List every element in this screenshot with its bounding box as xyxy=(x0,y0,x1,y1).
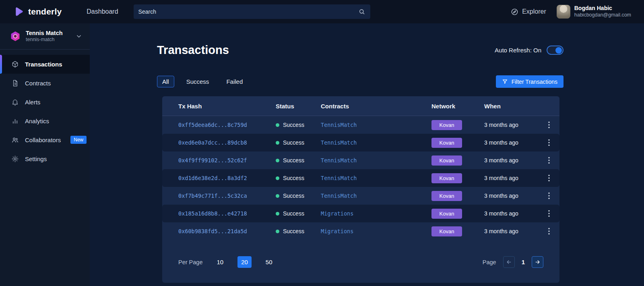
success-dot-icon xyxy=(276,141,279,145)
success-dot-icon xyxy=(276,176,279,180)
when-text: 3 months ago xyxy=(484,139,542,146)
main-content: Transactions Auto Refresh: On All Succes… xyxy=(90,44,644,286)
status-text: Success xyxy=(283,228,304,234)
per-page-control: Per Page 10 20 50 xyxy=(178,256,276,268)
auto-refresh-toggle[interactable] xyxy=(547,46,564,55)
user-name: Bogdan Habic xyxy=(574,5,631,12)
row-menu-kebab-icon[interactable] xyxy=(548,228,550,235)
sidebar: Tennis Match tennis-match Transactions C… xyxy=(0,23,90,286)
sidebar-item-alerts[interactable]: Alerts xyxy=(0,93,90,112)
arrow-left-icon xyxy=(506,259,512,265)
row-menu-kebab-icon[interactable] xyxy=(548,157,550,164)
when-text: 3 months ago xyxy=(484,210,542,217)
table-header: Tx Hash Status Contracts Network When xyxy=(162,96,559,116)
network-badge: Kovan xyxy=(431,191,462,201)
network-badge: Kovan xyxy=(431,209,462,219)
topbar: tenderly Dashboard Explorer Bogdan Habic… xyxy=(0,0,644,23)
search-box xyxy=(134,4,370,19)
col-network: Network xyxy=(431,103,484,110)
nav-dashboard[interactable]: Dashboard xyxy=(87,8,118,15)
sidebar-item-label: Contracts xyxy=(25,80,51,87)
contract-link[interactable]: TennisMatch xyxy=(321,139,431,146)
tx-hash-link[interactable]: 0x60b9838fd5...21da5d xyxy=(178,228,276,234)
sidebar-item-analytics[interactable]: Analytics xyxy=(0,112,90,131)
per-page-label: Per Page xyxy=(178,259,202,265)
sidebar-item-label: Analytics xyxy=(25,118,49,124)
tab-all[interactable]: All xyxy=(157,76,174,87)
table-row[interactable]: 0x185a16d8b8...e42718 Success Migrations… xyxy=(162,205,559,222)
sidebar-item-label: Transactions xyxy=(25,61,62,68)
per-page-option-50[interactable]: 50 xyxy=(262,256,276,268)
per-page-option-10[interactable]: 10 xyxy=(213,256,227,268)
page-title: Transactions xyxy=(157,44,229,57)
row-menu-kebab-icon[interactable] xyxy=(548,210,550,217)
success-dot-icon xyxy=(276,194,279,198)
contract-link[interactable]: Migrations xyxy=(321,228,431,234)
tenderly-logo-icon xyxy=(13,6,25,18)
user-menu[interactable]: Bogdan Habic habicbogdan@gmail.com xyxy=(557,5,631,19)
page-label: Page xyxy=(483,259,496,265)
pagination-control: Page 1 xyxy=(483,256,543,268)
col-status: Status xyxy=(276,103,321,110)
filter-transactions-button[interactable]: Filter Transactions xyxy=(496,75,564,88)
toggle-knob xyxy=(555,47,562,54)
sidebar-item-transactions[interactable]: Transactions xyxy=(0,55,90,74)
transactions-table: Tx Hash Status Contracts Network When 0x… xyxy=(162,96,559,283)
tab-failed[interactable]: Failed xyxy=(221,76,248,87)
when-text: 3 months ago xyxy=(484,122,542,128)
network-badge: Kovan xyxy=(431,173,462,183)
tx-hash-link[interactable]: 0xd1d6e38e2d...8a3df2 xyxy=(178,175,276,181)
prev-page-button[interactable] xyxy=(503,256,515,268)
contract-link[interactable]: TennisMatch xyxy=(321,193,431,199)
success-dot-icon xyxy=(276,212,279,216)
chevron-down-icon xyxy=(75,33,83,40)
explorer-link[interactable]: Explorer xyxy=(511,8,546,16)
row-menu-kebab-icon[interactable] xyxy=(548,192,550,199)
contract-link[interactable]: Migrations xyxy=(321,210,431,217)
status-text: Success xyxy=(283,139,304,146)
arrow-right-icon xyxy=(535,259,541,265)
contract-link[interactable]: TennisMatch xyxy=(321,175,431,181)
tab-success[interactable]: Success xyxy=(181,76,215,87)
when-text: 3 months ago xyxy=(484,228,542,234)
explorer-label: Explorer xyxy=(522,8,546,15)
table-row[interactable]: 0xff5deea6dc...8c759d Success TennisMatc… xyxy=(162,116,559,134)
bell-icon xyxy=(11,98,19,106)
project-selector[interactable]: Tennis Match tennis-match xyxy=(0,23,90,50)
table-row[interactable]: 0x60b9838fd5...21da5d Success Migrations… xyxy=(162,222,559,240)
sidebar-item-collaborators[interactable]: Collaborators New xyxy=(0,131,90,149)
table-row[interactable]: 0x4f9ff99102...52c62f Success TennisMatc… xyxy=(162,151,559,169)
tx-hash-link[interactable]: 0xf7b49c771f...5c32ca xyxy=(178,193,276,199)
auto-refresh-label: Auto Refresh: On xyxy=(495,47,541,54)
cube-icon xyxy=(11,60,19,68)
row-menu-kebab-icon[interactable] xyxy=(548,139,550,146)
status-text: Success xyxy=(283,175,304,181)
network-badge: Kovan xyxy=(431,120,462,130)
network-badge: Kovan xyxy=(431,155,462,166)
table-row[interactable]: 0xf7b49c771f...5c32ca Success TennisMatc… xyxy=(162,187,559,205)
sidebar-item-contracts[interactable]: Contracts xyxy=(0,74,90,93)
tx-hash-link[interactable]: 0xed6e0a7dcc...89dcb8 xyxy=(178,139,276,146)
tenderly-logo[interactable]: tenderly xyxy=(13,6,62,18)
sidebar-nav: Transactions Contracts Alerts xyxy=(0,50,90,168)
row-menu-kebab-icon[interactable] xyxy=(548,121,550,128)
avatar xyxy=(557,5,570,19)
tx-hash-link[interactable]: 0xff5deea6dc...8c759d xyxy=(178,122,276,128)
tx-hash-link[interactable]: 0x4f9ff99102...52c62f xyxy=(178,157,276,164)
sidebar-item-label: Settings xyxy=(25,155,47,162)
network-badge: Kovan xyxy=(431,226,462,236)
project-name: Tennis Match xyxy=(26,29,63,37)
table-row[interactable]: 0xed6e0a7dcc...89dcb8 Success TennisMatc… xyxy=(162,134,559,151)
row-menu-kebab-icon[interactable] xyxy=(548,174,550,182)
user-email: habicbogdan@gmail.com xyxy=(574,12,631,19)
sidebar-item-settings[interactable]: Settings xyxy=(0,149,90,168)
search-icon xyxy=(358,8,365,15)
contract-link[interactable]: TennisMatch xyxy=(321,157,431,164)
table-row[interactable]: 0xd1d6e38e2d...8a3df2 Success TennisMatc… xyxy=(162,169,559,187)
per-page-option-20[interactable]: 20 xyxy=(237,256,252,268)
tx-hash-link[interactable]: 0x185a16d8b8...e42718 xyxy=(178,210,276,217)
compass-icon xyxy=(511,8,518,16)
contract-link[interactable]: TennisMatch xyxy=(321,122,431,128)
search-input[interactable] xyxy=(134,4,370,19)
next-page-button[interactable] xyxy=(532,256,543,268)
